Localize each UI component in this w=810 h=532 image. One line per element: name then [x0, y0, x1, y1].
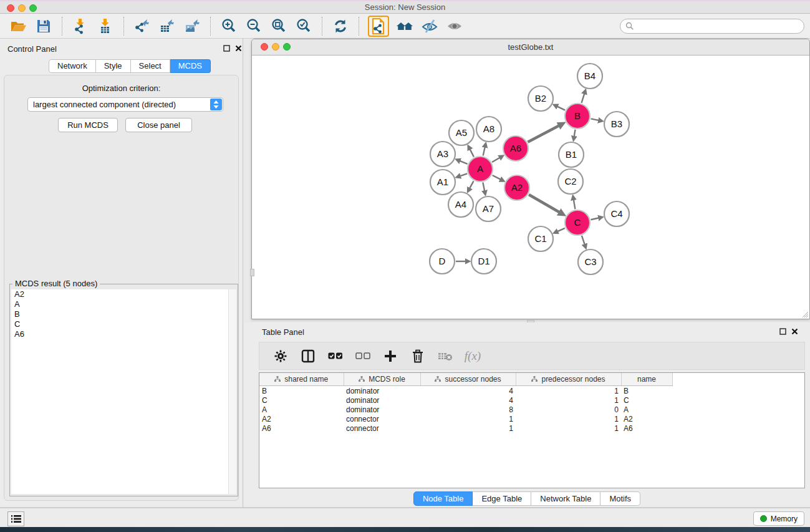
edge-A-A1[interactable]: [460, 173, 467, 176]
node-B1[interactable]: B1: [559, 142, 584, 167]
node-A1[interactable]: A1: [430, 170, 455, 195]
cell-predecessor-nodes[interactable]: 1: [516, 386, 621, 396]
save-session-icon[interactable]: [34, 17, 53, 36]
node-C[interactable]: C: [565, 210, 590, 235]
tab-node-table[interactable]: Node Table: [413, 491, 473, 506]
cell-name[interactable]: A2: [621, 414, 672, 423]
table-row[interactable]: A2connector11A2: [259, 414, 804, 423]
cell-successor-nodes[interactable]: 4: [420, 386, 516, 396]
edge-A6-B[interactable]: [528, 126, 558, 142]
close-panel-button[interactable]: Close panel: [125, 118, 192, 132]
cell-name[interactable]: B: [621, 386, 672, 396]
tab-network-table[interactable]: Network Table: [531, 491, 600, 506]
cell-mcds-role[interactable]: dominator: [344, 395, 420, 405]
node-A5[interactable]: A5: [449, 120, 474, 145]
network-window-titlebar[interactable]: testGlobe.txt: [252, 39, 809, 56]
cell-predecessor-nodes[interactable]: 1: [516, 395, 621, 405]
zoom-fit-icon[interactable]: [269, 17, 288, 36]
edge-A-A6[interactable]: [492, 158, 499, 162]
edge-B-B2[interactable]: [557, 107, 565, 110]
delete-column-icon[interactable]: [410, 348, 426, 364]
cell-shared-name[interactable]: A: [259, 405, 344, 414]
cell-successor-nodes[interactable]: 1: [420, 423, 516, 433]
node-C4[interactable]: C4: [604, 201, 629, 226]
node-B[interactable]: B: [565, 104, 590, 128]
node-A[interactable]: A: [468, 157, 493, 181]
edge-B-B1[interactable]: [574, 130, 576, 137]
task-history-button[interactable]: [7, 511, 24, 526]
node-A3[interactable]: A3: [430, 142, 455, 167]
edge-C-C3[interactable]: [582, 236, 585, 244]
import-table-icon[interactable]: [96, 17, 115, 36]
table-row[interactable]: A6connector11A6: [259, 423, 804, 433]
open-file-icon[interactable]: [9, 17, 28, 36]
export-network-icon[interactable]: [133, 17, 152, 36]
close-panel-icon[interactable]: [234, 44, 243, 52]
import-network-icon[interactable]: [71, 17, 90, 36]
edge-A-A3[interactable]: [460, 161, 468, 164]
node-A7[interactable]: A7: [476, 196, 501, 221]
node-B4[interactable]: B4: [577, 64, 602, 89]
edge-A-A8[interactable]: [483, 147, 485, 155]
hide-selected-icon[interactable]: [420, 17, 439, 36]
column-header-mcds-role[interactable]: MCDS role: [344, 373, 420, 386]
cell-name[interactable]: A: [621, 405, 672, 414]
settings-gear-icon[interactable]: [272, 348, 289, 364]
cell-predecessor-nodes[interactable]: 1: [516, 414, 621, 423]
memory-button[interactable]: Memory: [753, 511, 804, 526]
add-column-icon[interactable]: [382, 348, 398, 364]
node-A8[interactable]: A8: [476, 117, 501, 142]
table-row[interactable]: Adominator80A: [259, 405, 804, 414]
node-D[interactable]: D: [430, 249, 455, 274]
home-icon[interactable]: [395, 17, 414, 36]
table-close-panel-icon[interactable]: [791, 327, 799, 336]
cell-predecessor-nodes[interactable]: 1: [516, 423, 621, 433]
table-float-panel-icon[interactable]: [779, 327, 787, 336]
mcds-result-list[interactable]: A2ABCA6: [11, 289, 236, 494]
mcds-result-item[interactable]: A6: [11, 329, 236, 339]
edge-A-A4[interactable]: [470, 181, 473, 188]
cell-mcds-role[interactable]: connector: [344, 423, 420, 433]
edge-B-B4[interactable]: [582, 94, 584, 103]
mcds-result-item[interactable]: A2: [11, 289, 236, 299]
show-hidden-icon[interactable]: [445, 17, 464, 36]
vertical-splitter-handle[interactable]: [250, 269, 254, 276]
table-row[interactable]: Cdominator41C: [259, 395, 804, 405]
node-B2[interactable]: B2: [528, 86, 553, 111]
column-header-name[interactable]: name: [621, 373, 672, 386]
cell-shared-name[interactable]: B: [259, 386, 344, 396]
mcds-result-item[interactable]: B: [11, 309, 236, 319]
cell-shared-name[interactable]: C: [259, 395, 344, 405]
network-graph-canvas[interactable]: B4B2BB3A5A8A6A3B1AA1C2A2A4A7C4CC1DD1C3: [252, 56, 809, 319]
node-C1[interactable]: C1: [528, 226, 553, 251]
cell-successor-nodes[interactable]: 1: [420, 414, 516, 423]
run-mcds-button[interactable]: Run MCDS: [58, 118, 118, 132]
cell-predecessor-nodes[interactable]: 0: [516, 405, 621, 414]
table-row[interactable]: Bdominator41B: [259, 386, 804, 396]
deselect-all-checkboxes-icon[interactable]: [355, 348, 371, 364]
tab-style[interactable]: Style: [96, 59, 131, 73]
edge-A-A2[interactable]: [493, 175, 501, 179]
mcds-result-item[interactable]: A: [11, 299, 236, 309]
export-image-icon[interactable]: [183, 17, 201, 36]
node-B3[interactable]: B3: [604, 112, 629, 137]
tab-network[interactable]: Network: [49, 59, 96, 73]
cell-name[interactable]: C: [621, 395, 672, 405]
node-C3[interactable]: C3: [578, 249, 603, 274]
float-panel-icon[interactable]: [223, 44, 231, 52]
tab-motifs[interactable]: Motifs: [600, 491, 640, 506]
network-from-file-icon[interactable]: [368, 16, 389, 37]
cell-name[interactable]: A6: [621, 423, 672, 433]
edge-C-C4[interactable]: [591, 218, 598, 220]
cell-shared-name[interactable]: A2: [259, 414, 344, 423]
refresh-icon[interactable]: [331, 17, 350, 36]
edge-A-A5[interactable]: [470, 150, 474, 157]
zoom-in-icon[interactable]: [219, 17, 238, 36]
zoom-out-icon[interactable]: [244, 17, 263, 36]
tab-select[interactable]: Select: [131, 59, 170, 73]
edge-B-B3[interactable]: [591, 118, 599, 120]
select-all-checkboxes-icon[interactable]: [327, 348, 344, 364]
node-A4[interactable]: A4: [448, 192, 473, 217]
cell-successor-nodes[interactable]: 8: [420, 405, 516, 414]
column-header-predecessor-nodes[interactable]: predecessor nodes: [516, 373, 621, 386]
